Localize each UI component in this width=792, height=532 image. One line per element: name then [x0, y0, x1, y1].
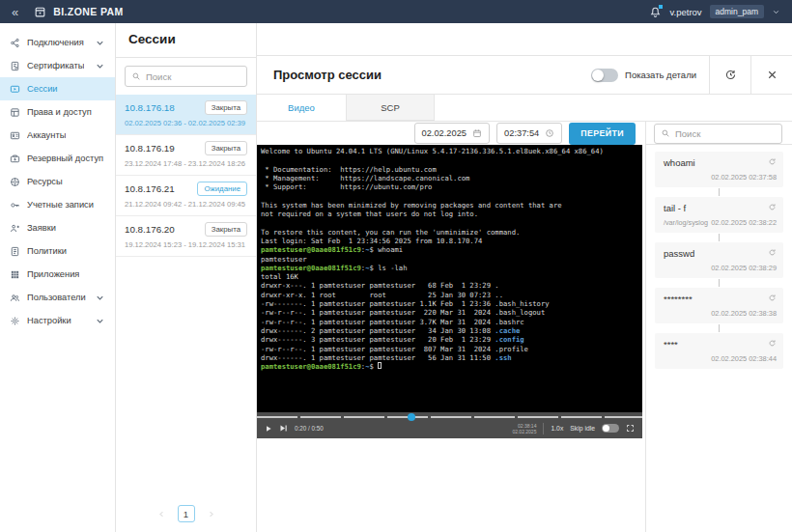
command-timestamp: 02.02.2025 02:38:38: [711, 309, 777, 318]
sidebar-item-label: Сессии: [27, 84, 58, 94]
go-button[interactable]: ПЕРЕЙТИ: [569, 123, 636, 145]
sidebar-item-backup[interactable]: Резервный доступ: [0, 147, 115, 170]
session-list-item[interactable]: 10.8.176.18 Закрыта 02.02.2025 02:36 - 0…: [116, 95, 256, 135]
session-list-item[interactable]: 10.8.176.19 Закрыта 23.12.2024 17:48 - 2…: [116, 135, 256, 176]
command-item[interactable]: whoami 02.02.2025 02:37:58: [655, 152, 783, 187]
connections-icon: [10, 38, 20, 48]
sidebar-item-settings[interactable]: Настройки: [0, 309, 115, 332]
terminal-line: pamtestuser@0aae081f51c9:~$ ls -lah: [261, 264, 638, 272]
sessions-search[interactable]: [125, 66, 247, 87]
command-item[interactable]: tail - f /var/log/syslog 02.02.2025 02:3…: [655, 197, 783, 233]
sidebar-item-label: Заявки: [27, 223, 56, 233]
credentials-icon: [10, 200, 20, 210]
jump-date-field[interactable]: 02.02.2025: [414, 123, 491, 144]
resources-icon: [10, 177, 20, 187]
username: v.petrov: [669, 7, 701, 17]
tab-scp[interactable]: SCP: [346, 95, 435, 121]
player-progress-bar[interactable]: [257, 416, 642, 418]
jump-to-command-icon[interactable]: [768, 339, 777, 348]
chevron-down-icon: [95, 293, 105, 303]
video-column: 02.02.2025 02:37:54 ПЕРЕЙТИ Welcome to U…: [257, 122, 645, 532]
sidebar-item-label: Подключения: [27, 38, 84, 47]
page-title: Сессии: [116, 23, 256, 58]
viewer-content: 02.02.2025 02:37:54 ПЕРЕЙТИ Welcome to U…: [257, 122, 792, 532]
session-ip: 10.8.176.21: [125, 183, 175, 194]
terminal-line: drwx------. 2 pamtestuser pamtestuser 34…: [261, 326, 638, 335]
sidebar-collapse-button[interactable]: «: [12, 6, 18, 18]
terminal-line: -rw-r--r--. 1 pamtestuser pamtestuser 80…: [261, 345, 638, 353]
player-progress-handle[interactable]: [408, 413, 415, 421]
sidebar-item-label: Ресурсы: [27, 177, 63, 186]
terminal-line: pamtestuser: [261, 255, 638, 264]
session-list-item[interactable]: 10.8.176.20 Закрыта 19.12.2024 15:23 - 1…: [116, 216, 256, 257]
page-next-icon[interactable]: [207, 510, 215, 518]
sidebar-item-certificates[interactable]: Сертификаты: [0, 54, 115, 77]
timeline-connector: [719, 188, 720, 196]
jump-to-command-icon[interactable]: [768, 294, 777, 302]
notifications-button[interactable]: [649, 6, 662, 18]
timeline-connector: [719, 234, 720, 241]
viewer-header: Просмотр сессии Показать детали: [257, 56, 792, 95]
jump-time-field[interactable]: 02:37:54: [496, 123, 562, 144]
close-viewer-button[interactable]: [751, 56, 792, 94]
sessions-list: 10.8.176.18 Закрыта 02.02.2025 02:36 - 0…: [116, 95, 256, 257]
sidebar-item-sessions[interactable]: Сессии: [0, 77, 115, 100]
show-details-toggle[interactable]: [591, 69, 618, 82]
command-item[interactable]: **** 02.02.2025 02:38:44: [655, 333, 783, 369]
commands-search[interactable]: [654, 124, 782, 144]
calendar-icon: [472, 128, 482, 138]
topbar: « BI.ZONE PAM v.petrov admin_pam: [0, 0, 792, 23]
session-viewer: Просмотр сессии Показать детали Видео SC…: [257, 55, 792, 532]
terminal-player: Welcome to Ubuntu 24.04.1 LTS (GNU/Linux…: [257, 145, 642, 438]
sessions-search-input[interactable]: [146, 71, 240, 82]
terminal-line: drwxr-x---. 1 pamtestuser pamtestuser 68…: [261, 281, 638, 290]
sidebar-item-resources[interactable]: Ресурсы: [0, 170, 115, 193]
jump-to-command-icon[interactable]: [768, 157, 777, 166]
page-number[interactable]: 1: [178, 505, 195, 522]
clock-icon: [545, 128, 554, 138]
terminal-line: drwx------. 1 pamtestuser pamtestuser 56…: [261, 353, 638, 362]
chevron-down-icon: [95, 38, 105, 48]
page-prev-icon[interactable]: [157, 510, 166, 518]
jump-to-command-icon[interactable]: [768, 203, 777, 211]
session-period: 19.12.2024 15:23 - 19.12.2024 15:31: [125, 240, 247, 249]
timeline-connector: [719, 279, 720, 287]
jump-to-command-icon[interactable]: [768, 248, 777, 257]
users-icon: [10, 293, 20, 303]
command-item[interactable]: passwd 02.02.2025 02:38:29: [655, 242, 783, 278]
terminal-line: [261, 155, 638, 164]
commands-search-input[interactable]: [675, 128, 776, 139]
user-menu-chevron-icon[interactable]: [772, 8, 780, 16]
terminal-line: [261, 191, 638, 200]
sidebar-item-applications[interactable]: Приложения: [0, 263, 115, 286]
sidebar-item-accounts[interactable]: Аккаунты: [0, 124, 115, 147]
fullscreen-icon[interactable]: [626, 424, 635, 433]
playback-speed[interactable]: 1.0x: [551, 425, 563, 432]
session-list-item[interactable]: 10.8.176.21 Ожидание 21.12.2024 09:42 - …: [116, 176, 256, 216]
sidebar-item-connections[interactable]: Подключения: [0, 31, 115, 54]
role-badge: admin_pam: [710, 5, 764, 18]
terminal-line: * Management: https://landscape.canonica…: [261, 174, 638, 182]
sidebar-item-label: Политики: [27, 246, 67, 256]
sidebar-item-rights[interactable]: Права и доступ: [0, 100, 115, 124]
command-timestamp: 02.02.2025 02:38:22: [711, 218, 777, 227]
sidebar-item-users[interactable]: Пользователи и гр...: [0, 286, 115, 309]
sidebar-item-label: Права и доступ: [27, 107, 92, 117]
command-item[interactable]: ******** 02.02.2025 02:38:38: [655, 288, 783, 323]
sidebar-item-policies[interactable]: Политики: [0, 239, 115, 263]
chevron-down-icon: [95, 61, 105, 71]
terminal-output: Welcome to Ubuntu 24.04.1 LTS (GNU/Linux…: [257, 145, 642, 412]
sidebar-item-label: Аккаунты: [27, 130, 66, 140]
step-forward-icon[interactable]: [279, 424, 288, 433]
history-clock-icon: [724, 69, 737, 81]
tab-видео[interactable]: Видео: [257, 95, 346, 121]
sidebar-item-credentials[interactable]: Учетные записи: [0, 193, 115, 216]
terminal-line: * Documentation: https://help.ubuntu.com: [261, 165, 638, 174]
session-history-button[interactable]: [710, 56, 750, 94]
command-text: tail - f: [664, 203, 686, 213]
commands-panel: whoami 02.02.2025 02:37:58 tail - f /var…: [645, 122, 792, 532]
play-icon[interactable]: [265, 425, 272, 433]
sidebar-item-requests[interactable]: Заявки: [0, 216, 115, 239]
rights-icon: [10, 107, 20, 118]
skip-idle-toggle[interactable]: [602, 424, 619, 433]
